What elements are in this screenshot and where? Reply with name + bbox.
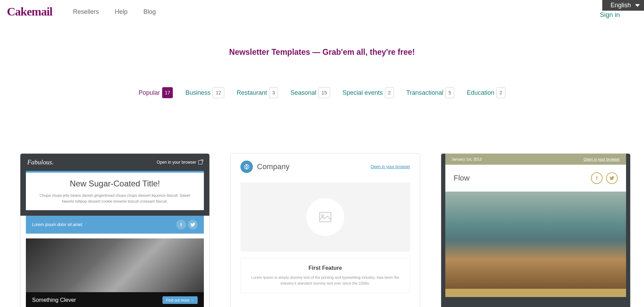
filter-label: Transactional [406,89,443,96]
header: Cakemail Resellers Help Blog Sign in Eng… [0,0,644,23]
template-brand: Fabulous. [27,158,54,166]
language-selector[interactable]: English [602,0,644,11]
logo-circle-icon [240,161,253,173]
category-filters: Popular 17 Business 12 Restaurant 3 Seas… [0,87,644,98]
filter-label: Restaurant [237,89,267,96]
template-image [445,192,626,289]
filter-label: Special events [343,89,383,96]
template-card-fabulous[interactable]: Fabulous. Open in your browser New Sugar… [20,153,210,307]
template-card-flow[interactable]: January 1st, 2013 Open in your browser F… [441,153,631,307]
filter-label: Business [185,89,210,96]
nav-blog[interactable]: Blog [143,8,156,16]
facebook-icon: f [176,220,186,229]
filter-count: 12 [212,87,224,98]
feature-title: First Feature [248,265,403,271]
filter-count: 15 [318,87,330,98]
filter-count: 2 [496,87,505,98]
template-hero: New Sugar-Coated Title! Chupa chups jell… [26,171,204,210]
sign-in-link[interactable]: Sign in [600,11,620,19]
filter-count: 3 [269,87,278,98]
nav-help[interactable]: Help [115,8,128,16]
chevron-down-icon [635,4,640,7]
filter-label: Popular [139,89,160,96]
filter-count: 17 [162,87,173,98]
page-title: Newsletter Templates — Grab'em all, they… [0,48,644,57]
template-header: Company Open in your browser [240,161,410,173]
template-footer [445,289,626,297]
template-topbar: January 1st, 2013 Open in your browser [445,154,626,165]
template-footer-title: Something Clever [32,297,76,303]
filter-education[interactable]: Education 2 [467,87,505,98]
image-icon [306,198,344,236]
filter-business[interactable]: Business 12 [185,87,224,98]
template-headline: New Sugar-Coated Title! [34,179,196,188]
template-brand: Flow [454,174,469,183]
filter-count: 5 [445,87,454,98]
external-link-icon [198,160,202,164]
template-blurb: Chupa chups jelly beans danish gingerbre… [34,193,196,204]
svg-point-2 [322,215,324,217]
twitter-icon [606,172,618,184]
filter-seasonal[interactable]: Seasonal 15 [290,87,330,98]
open-in-browser-link: Open in your browser [157,160,202,165]
template-cta-button: Find out more → [162,296,198,304]
template-subbar: Lorem ipsum dolor sit amet. f [26,216,204,234]
template-brand: Company [240,161,289,173]
nav-resellers[interactable]: Resellers [73,8,99,16]
svg-rect-1 [320,213,331,222]
filter-count: 2 [385,87,394,98]
twitter-icon [188,220,198,229]
open-in-browser-link: Open in your browser [370,164,410,169]
template-subline: Lorem ipsum dolor sit amet. [32,222,83,227]
feature-body: Lorem Ipsum is simply dummy text of the … [248,275,403,286]
template-footer: Something Clever Find out more → [26,292,204,307]
template-brand-label: Company [257,162,289,171]
template-header: Fabulous. Open in your browser [20,154,209,171]
open-in-browser-label: Open in your browser [157,160,196,165]
main-nav: Resellers Help Blog [73,8,156,16]
filter-special-events[interactable]: Special events 2 [343,87,394,98]
image-placeholder [240,183,410,252]
template-date: January 1st, 2013 [452,157,482,161]
brand-logo[interactable]: Cakemail [7,5,52,18]
filter-transactional[interactable]: Transactional 5 [406,87,454,98]
social-icons: f [176,220,198,229]
filter-label: Education [467,89,494,96]
template-card-company[interactable]: Company Open in your browser First Featu… [230,153,420,307]
filter-label: Seasonal [290,89,316,96]
template-header: Flow f [445,165,626,192]
template-image [26,238,204,292]
language-label: English [611,2,631,9]
facebook-icon: f [591,172,603,184]
filter-popular[interactable]: Popular 17 [139,87,173,98]
open-in-browser-link: Open in your browser [584,157,620,161]
social-icons: f [591,172,618,184]
template-dark-wrap: New Sugar-Coated Title! Chupa chups jell… [20,171,209,216]
feature-block: First Feature Lorem Ipsum is simply dumm… [240,258,410,293]
filter-restaurant[interactable]: Restaurant 3 [237,87,278,98]
template-gallery: Fabulous. Open in your browser New Sugar… [0,153,644,307]
